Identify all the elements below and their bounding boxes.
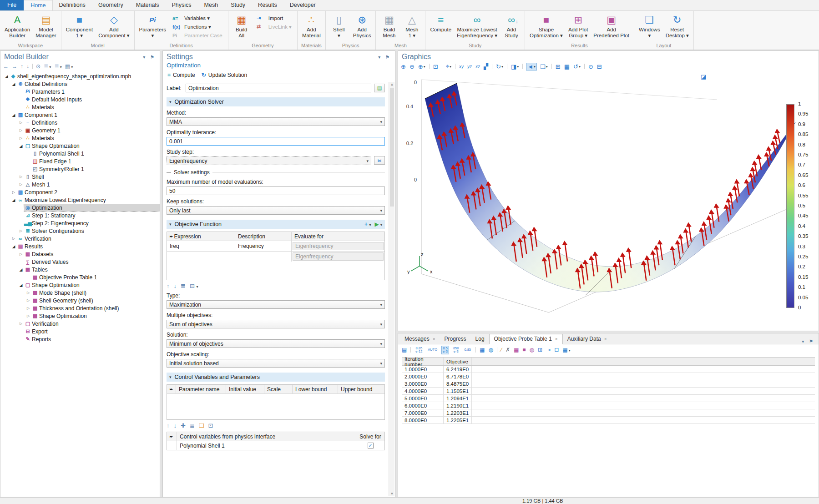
copy-selection-button[interactable]: ⊟	[554, 347, 559, 353]
table-row[interactable]: 1.0000E06.2419E0	[402, 366, 815, 373]
view-xz-button[interactable]: xz	[475, 64, 480, 69]
tab-auxiliary-data[interactable]: Auxiliary Data×	[563, 334, 612, 344]
tree-expander-icon[interactable]: ▷	[25, 306, 31, 310]
plot-table-button[interactable]: ◍	[488, 347, 493, 353]
add-plot-group-button[interactable]: ⊞Add PlotGroup ▾	[566, 12, 591, 43]
tree-expander-icon[interactable]: ◢	[10, 82, 17, 86]
zoom-extents-button[interactable]: ⊡	[433, 63, 438, 70]
type-dropdown[interactable]: Maximization▾	[167, 300, 385, 309]
optimality-tolerance-input[interactable]	[167, 137, 385, 146]
tree-expander-icon[interactable]: ▷	[18, 121, 24, 125]
section-objective-function[interactable]: ▾ Objective Function + ▾ ▶ ▾	[167, 220, 385, 229]
graphics-context-icon[interactable]: ◪	[701, 73, 706, 80]
tree-expander-icon[interactable]: ▷	[25, 298, 31, 302]
transparency-button[interactable]: ◨▾	[511, 63, 519, 70]
tree-expander-icon[interactable]: ▷	[25, 291, 31, 295]
move-up-button[interactable]: ↑	[167, 282, 170, 289]
menu-tab-physics[interactable]: Physics	[165, 0, 197, 10]
shape-optimization-button[interactable]: ■ShapeOptimization ▾	[527, 12, 566, 43]
tree-item[interactable]: ▷▦Datasets	[0, 250, 160, 258]
tree-item[interactable]: ▷▩Thickness and Orientation (shell)	[0, 304, 160, 312]
menu-tab-developer[interactable]: Developer	[283, 0, 322, 10]
tab-log[interactable]: Log	[471, 334, 489, 344]
delete-table-button[interactable]: ✗	[506, 347, 510, 353]
tree-expander-icon[interactable]: ▷	[18, 322, 24, 326]
tree-expander-icon[interactable]: ▷	[18, 229, 24, 233]
tree-item[interactable]: ▷▥Component 2	[0, 188, 160, 196]
tree-expander-icon[interactable]: ◢	[10, 113, 17, 117]
column-header[interactable]: Iteration number	[402, 358, 444, 365]
menu-tab-home[interactable]: Home	[24, 0, 52, 10]
tree-item[interactable]: ▷△Mesh 1	[0, 181, 160, 188]
tree-item[interactable]: ▯Polynomial Shell 1	[0, 150, 160, 157]
scene-light-button[interactable]: ▞	[484, 63, 488, 70]
go-to-default-view-button[interactable]: ⌖▾	[446, 63, 451, 70]
table-row[interactable]: 8.0000E01.2205E1	[402, 417, 815, 424]
tree-expander-icon[interactable]: ▷	[18, 182, 24, 186]
image-to-table-button[interactable]: ▦	[564, 63, 570, 70]
tree-item[interactable]: ∴Materials	[0, 103, 160, 111]
menu-tab-results[interactable]: Results	[252, 0, 283, 10]
tree-item[interactable]: ✎Reports	[0, 335, 160, 343]
clear-table-button[interactable]: ∕	[501, 347, 502, 353]
objective-table-row[interactable]: freqFrequencyEigenfrequency	[167, 241, 384, 252]
add-predefined-plot-button[interactable]: ▣AddPredefined Plot	[591, 12, 632, 43]
color-cell-button[interactable]: ■	[522, 347, 526, 353]
max-evaluations-input[interactable]	[167, 186, 385, 195]
objective-table-row[interactable]: Eigenfrequency	[167, 252, 384, 262]
mesh-1-button[interactable]: △Mesh1 ▾	[400, 12, 423, 43]
tab-messages[interactable]: Messages×	[400, 334, 440, 344]
tree-item[interactable]: ◢▤Results	[0, 242, 160, 250]
section-control-variables[interactable]: ▾ Control Variables and Parameters	[167, 373, 385, 382]
tree-expander-icon[interactable]: ▷	[18, 136, 24, 140]
tree-item[interactable]: ▷≡Definitions	[0, 119, 160, 126]
animate-button[interactable]: ↺▾	[573, 63, 581, 70]
display-085-button[interactable]: 0.85	[463, 348, 472, 352]
tree-item[interactable]: ▃▅Step 2: Eigenfrequency	[0, 219, 160, 227]
component-1-button[interactable]: ■Component1 ▾	[63, 12, 96, 43]
add-study-step-button[interactable]: ⊟	[374, 156, 385, 165]
display-850-button[interactable]: 850e-3	[452, 346, 460, 354]
panel-menu-icons[interactable]: ▾ ⚑	[143, 55, 156, 60]
tree-item[interactable]: ▦Objective Probe Table 1	[0, 273, 160, 281]
tree-expander-icon[interactable]: ▷	[25, 314, 31, 318]
zoom-box-button[interactable]: ⊕▾	[418, 63, 425, 70]
panel-menu-icons[interactable]: ▾ ⚑	[378, 55, 391, 60]
tree-item[interactable]: ▷▩Mode Shape (shell)	[0, 289, 160, 297]
close-tab-icon[interactable]: ×	[604, 337, 607, 342]
table-options-button[interactable]: ⊟ ▾	[190, 282, 198, 289]
tree-item[interactable]: ❖Default Model Inputs	[0, 96, 160, 103]
reset-desktop-button[interactable]: ↻ResetDesktop ▾	[663, 12, 692, 43]
zoom-in-button[interactable]: ⊕	[401, 63, 406, 70]
close-tab-icon[interactable]: ×	[555, 337, 558, 342]
menu-tab-file[interactable]: File	[0, 0, 24, 10]
objective-scaling-dropdown[interactable]: Initial solution based▾	[167, 359, 385, 368]
load-file-button[interactable]: ❏	[199, 422, 204, 429]
menu-tab-materials[interactable]: Materials	[130, 0, 166, 10]
move-up-button[interactable]: ↑	[167, 422, 170, 429]
tree-item[interactable]: PiParameters 1	[0, 88, 160, 96]
tree-expander-icon[interactable]: ▷	[10, 190, 17, 194]
table-format-button[interactable]: ▦	[480, 347, 485, 353]
tree-expander-icon[interactable]: ▷	[18, 175, 24, 179]
view-yz-button[interactable]: yz	[467, 64, 472, 69]
print-button[interactable]: ⊟	[597, 63, 602, 70]
panel-menu-icons[interactable]: ▾ ⚑	[802, 339, 817, 344]
menu-tab-study[interactable]: Study	[224, 0, 252, 10]
tree-expander-icon[interactable]: ▷	[18, 252, 24, 256]
expand-all-button[interactable]: ≣ ▾	[54, 63, 61, 70]
build-mesh-button[interactable]: ▦BuildMesh	[378, 12, 400, 43]
add-physics-button[interactable]: ⊛AddPhysics	[350, 12, 374, 43]
tree-expander-icon[interactable]: ◢	[18, 144, 24, 148]
parameters-button[interactable]: PiParameters▾	[136, 12, 169, 43]
tree-item[interactable]: ▷▯Shell	[0, 173, 160, 181]
shell-button[interactable]: ▯Shell▾	[328, 12, 350, 43]
model-tree-node-text-button[interactable]: ▦ ▾	[65, 63, 73, 70]
build-all-button[interactable]: ▦BuildAll	[230, 12, 253, 43]
tree-expander-icon[interactable]: ◢	[18, 267, 24, 272]
tree-item[interactable]: ▷∴Materials	[0, 134, 160, 142]
add-study-button[interactable]: ∞↓AddStudy	[500, 12, 523, 43]
table-row[interactable]: 2.0000E06.7178E0	[402, 373, 815, 380]
table-row[interactable]: 7.0000E01.2203E1	[402, 409, 815, 417]
tree-item[interactable]: ◢◈shell_eigenfrequency_shape_optimizatio…	[0, 72, 160, 80]
